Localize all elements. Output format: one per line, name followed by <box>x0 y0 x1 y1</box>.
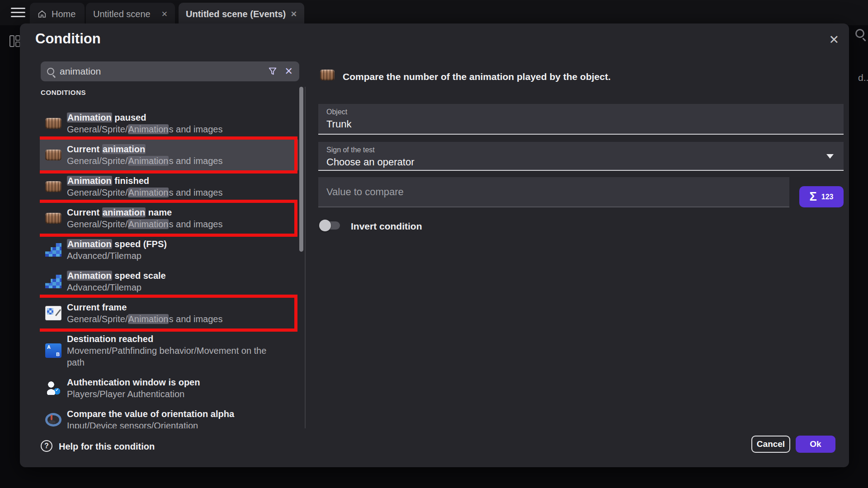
panel-divider <box>305 87 306 428</box>
condition-item-title: Current animation <box>67 143 222 155</box>
frame-icon <box>45 306 61 320</box>
condition-item-path: Advanced/Tilemap <box>67 250 167 262</box>
condition-item-text: Current animationGeneral/Sprite/Animatio… <box>67 143 222 167</box>
condition-item-text: Animation finishedGeneral/Sprite/Animati… <box>67 175 222 198</box>
sigma-icon: Σ <box>810 190 817 204</box>
condition-item-title: Destination reached <box>67 333 279 345</box>
tilemap-icon <box>45 243 61 257</box>
condition-item[interactable]: Animation finishedGeneral/Sprite/Animati… <box>40 171 298 202</box>
condition-item[interactable]: Destination reachedMovement/Pathfinding … <box>40 329 298 372</box>
condition-item-path: General/Sprite/Animations and images <box>67 155 222 167</box>
condition-item-title: Animation paused <box>67 112 222 123</box>
clear-search-icon[interactable]: ✕ <box>285 66 293 77</box>
condition-item[interactable]: Current animationGeneral/Sprite/Animatio… <box>40 139 298 171</box>
truncated-background-text: d... <box>858 72 868 83</box>
panels-layout-icon[interactable] <box>9 34 21 48</box>
object-field[interactable]: Object Trunk <box>318 104 844 135</box>
condition-item-title: Authentication window is open <box>67 376 200 388</box>
condition-item-text: Authentication window is openPlayers/Pla… <box>67 376 200 400</box>
animation-icon <box>320 70 335 80</box>
search-icon <box>47 68 54 75</box>
conditions-section-header: CONDITIONS <box>41 89 86 96</box>
search-icon[interactable] <box>855 29 864 38</box>
condition-item[interactable]: Authentication window is openPlayers/Pla… <box>40 372 298 404</box>
condition-item-title: Current frame <box>67 301 222 313</box>
condition-item-title: Animation speed (FPS) <box>67 238 167 250</box>
condition-item[interactable]: Current frameGeneral/Sprite/Animations a… <box>40 297 298 329</box>
sigma-badge: 123 <box>821 193 834 201</box>
tab-untitled-scene-events[interactable]: Untitled scene (Events) ✕ <box>179 3 304 25</box>
ok-button[interactable]: Ok <box>796 436 835 453</box>
film-icon <box>45 118 61 129</box>
condition-item[interactable]: Animation speed scaleAdvanced/Tilemap <box>40 266 298 297</box>
condition-item-title: Animation finished <box>67 175 222 187</box>
gdevelop-app: Home Untitled scene ✕ Untitled scene (Ev… <box>0 0 868 488</box>
operator-select-value: Choose an operator <box>326 156 835 168</box>
list-scrollbar[interactable] <box>299 87 303 252</box>
condition-item-text: Compare the value of orientation alphaIn… <box>67 408 234 428</box>
condition-item-text: Current frameGeneral/Sprite/Animations a… <box>67 301 222 325</box>
hamburger-menu-icon[interactable] <box>11 8 25 20</box>
value-to-compare-input[interactable] <box>326 186 781 198</box>
condition-item-text: Animation pausedGeneral/Sprite/Animation… <box>67 112 222 135</box>
tab-home[interactable]: Home <box>30 3 85 25</box>
auth-icon <box>45 381 61 395</box>
tab-label: Untitled scene (Events) <box>186 9 286 19</box>
condition-item-path: Players/Player Authentication <box>67 388 200 400</box>
tab-label: Untitled scene <box>93 9 151 19</box>
tab-label: Home <box>52 9 75 19</box>
orientation-icon <box>45 413 61 427</box>
chevron-down-icon <box>826 154 834 159</box>
condition-item-text: Animation speed (FPS)Advanced/Tilemap <box>67 238 167 262</box>
object-field-value: Trunk <box>326 118 835 130</box>
invert-condition-toggle[interactable] <box>319 220 341 231</box>
condition-item-path: General/Sprite/Animations and images <box>67 123 222 135</box>
condition-item[interactable]: Animation speed (FPS)Advanced/Tilemap <box>40 234 298 266</box>
condition-item[interactable]: Animation pausedGeneral/Sprite/Animation… <box>40 108 298 139</box>
condition-item-text: Animation speed scaleAdvanced/Tilemap <box>67 270 166 293</box>
tab-untitled-scene[interactable]: Untitled scene ✕ <box>86 3 175 25</box>
condition-item-path: Movement/Pathfinding behavior/Movement o… <box>67 345 279 368</box>
condition-dialog: Condition ✕ ✕ CONDITIONS Animation pause… <box>20 23 849 467</box>
condition-item-path: General/Sprite/Animations and images <box>67 187 222 198</box>
filter-icon[interactable] <box>268 66 278 76</box>
value-to-compare-field[interactable] <box>318 177 789 207</box>
condition-description: Compare the number of the animation play… <box>343 71 822 82</box>
condition-search-bar[interactable]: ✕ <box>41 61 299 81</box>
object-field-label: Object <box>326 108 835 116</box>
search-input[interactable] <box>60 66 262 77</box>
close-tab-icon[interactable]: ✕ <box>161 9 168 19</box>
film-icon <box>45 150 61 160</box>
close-tab-icon[interactable]: ✕ <box>291 9 297 19</box>
help-icon[interactable]: ? <box>41 440 52 452</box>
dialog-title: Condition <box>35 31 101 47</box>
condition-item-path: General/Sprite/Animations and images <box>67 218 222 230</box>
expression-builder-button[interactable]: Σ 123 <box>799 186 844 207</box>
invert-condition-label: Invert condition <box>351 221 422 232</box>
condition-item-path: Input/Device sensors/Orientation <box>67 420 234 428</box>
help-link[interactable]: Help for this condition <box>59 441 155 452</box>
condition-item-title: Animation speed scale <box>67 270 166 282</box>
cancel-button[interactable]: Cancel <box>751 436 790 453</box>
tilemap-icon <box>45 275 61 288</box>
condition-item-text: Destination reachedMovement/Pathfinding … <box>67 333 279 368</box>
condition-item[interactable]: Compare the value of orientation alphaIn… <box>40 404 298 428</box>
conditions-list: Animation pausedGeneral/Sprite/Animation… <box>40 108 298 428</box>
condition-item-path: Advanced/Tilemap <box>67 282 166 293</box>
operator-select[interactable]: Sign of the test Choose an operator <box>318 142 844 171</box>
film-icon <box>45 181 61 192</box>
top-bar: Home Untitled scene ✕ Untitled scene (Ev… <box>0 0 868 25</box>
condition-item-title: Compare the value of orientation alpha <box>67 408 234 420</box>
condition-item-text: Current animation nameGeneral/Sprite/Ani… <box>67 206 222 230</box>
operator-select-label: Sign of the test <box>326 146 835 154</box>
condition-item[interactable]: Current animation nameGeneral/Sprite/Ani… <box>40 202 298 234</box>
condition-item-title: Current animation name <box>67 206 222 218</box>
home-icon <box>37 9 47 19</box>
close-dialog-icon[interactable]: ✕ <box>829 33 839 47</box>
condition-item-path: General/Sprite/Animations and images <box>67 313 222 325</box>
film-icon <box>45 213 61 224</box>
path-icon <box>45 343 61 358</box>
toggle-knob <box>319 220 331 231</box>
